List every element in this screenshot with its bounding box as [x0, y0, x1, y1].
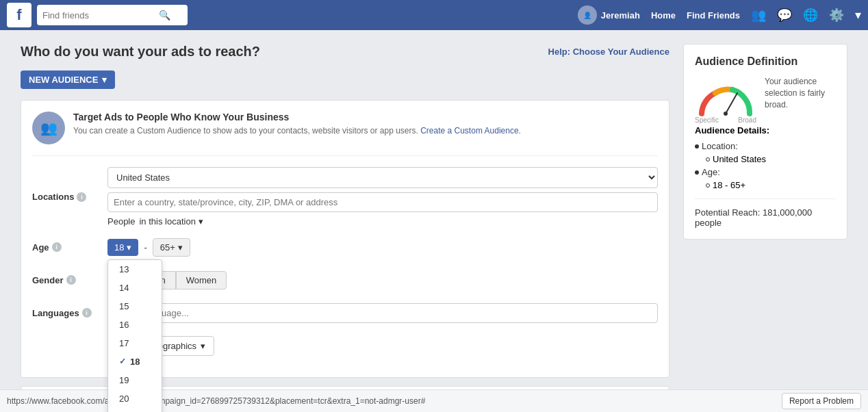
detail-age-value: 18 - 65+	[706, 180, 836, 190]
age-option-16[interactable]: 16	[108, 316, 162, 334]
target-ads-desc: You can create a Custom Audience to show…	[73, 125, 521, 137]
age-min-container: 18 ▾ 13 14 15 16 17 ✓	[107, 239, 138, 256]
svg-point-1	[724, 112, 728, 116]
age-option-20[interactable]: 20	[108, 389, 162, 408]
svg-line-0	[726, 93, 737, 114]
age-dropdowns: 18 ▾ 13 14 15 16 17 ✓	[107, 238, 658, 257]
locations-info-icon[interactable]: i	[77, 192, 86, 202]
specific-label: Specific	[695, 116, 719, 124]
location-type-dropdown[interactable]: in this location ▾	[139, 216, 203, 227]
chevron-down-icon: ▾	[127, 242, 131, 253]
broad-label: Broad	[738, 116, 756, 124]
report-problem-button[interactable]: Report a Problem	[782, 393, 861, 409]
globe-icon[interactable]: 🌐	[803, 8, 818, 23]
location-options: People in this location ▾	[107, 216, 658, 227]
gender-field: All Men Women	[107, 271, 658, 289]
languages-label: Languages i	[32, 308, 107, 318]
age-label: Age i	[32, 242, 107, 253]
gauge-container: Specific Broad Your audience selection i…	[695, 76, 836, 117]
languages-field	[107, 303, 658, 323]
location-country-select[interactable]: United States	[107, 167, 658, 188]
help-link[interactable]: Help: Choose Your Audience	[548, 47, 669, 57]
age-field: 18 ▾ 13 14 15 16 17 ✓	[107, 238, 658, 257]
settings-icon[interactable]: ⚙️	[829, 8, 844, 23]
target-ads-row: 👥 Target Ads to People Who Know Your Bus…	[32, 112, 658, 156]
search-icon: 🔍	[159, 10, 170, 21]
locations-field: United States People in this location ▾	[107, 167, 658, 227]
potential-reach: Potential Reach: 181,000,000 people	[695, 198, 836, 228]
languages-info-icon[interactable]: i	[82, 308, 92, 318]
audience-section: 👥 Target Ads to People Who Know Your Bus…	[21, 100, 669, 378]
target-ads-text: Target Ads to People Who Know Your Busin…	[73, 112, 521, 137]
gender-info-icon[interactable]: i	[66, 275, 76, 285]
locations-row: Locations i United States People in this…	[32, 167, 658, 227]
nav-items: 👤 Jeremiah Home Find Friends 👥 💬 🌐 ⚙️ ▾	[578, 5, 861, 25]
dropdown-arrow-icon: ▾	[199, 216, 203, 227]
more-demographics-field: More Demographics ▾	[107, 336, 658, 356]
facebook-logo: f	[7, 3, 31, 27]
check-icon: ✓	[119, 357, 126, 366]
audience-details-title: Audience Details:	[695, 125, 836, 136]
bullet-icon	[695, 144, 699, 149]
top-navigation: f 🔍 👤 Jeremiah Home Find Friends 👥 💬 🌐 ⚙…	[0, 0, 868, 30]
detail-age: Age:	[695, 167, 836, 177]
new-audience-button[interactable]: NEW AUDIENCE ▾	[21, 70, 115, 89]
circle-bullet-icon	[706, 157, 710, 162]
bullet-icon	[695, 170, 699, 175]
gauge-svg	[695, 76, 756, 117]
audience-definition-title: Audience Definition	[695, 55, 836, 68]
find-friends-link[interactable]: Find Friends	[687, 10, 740, 21]
nav-user: 👤 Jeremiah	[578, 5, 640, 25]
gender-label: Gender i	[32, 275, 107, 285]
user-name: Jeremiah	[601, 10, 640, 21]
age-option-15[interactable]: 15	[108, 297, 162, 316]
age-min-menu: 13 14 15 16 17 ✓ 18 19 20	[107, 259, 162, 413]
age-option-19[interactable]: 19	[108, 371, 162, 389]
age-row: Age i 18 ▾ 13 14	[32, 235, 658, 259]
friends-icon[interactable]: 👥	[751, 8, 766, 23]
home-link[interactable]: Home	[651, 10, 676, 21]
age-option-17[interactable]: 17	[108, 334, 162, 352]
messages-icon[interactable]: 💬	[777, 8, 792, 23]
chevron-down-icon: ▾	[102, 75, 107, 85]
target-ads-icon: 👥	[32, 112, 65, 144]
age-dash: -	[144, 242, 146, 253]
detail-location: Location:	[695, 141, 836, 151]
left-panel: Who do you want your ads to reach? Help:…	[21, 44, 669, 412]
age-option-13[interactable]: 13	[108, 260, 162, 279]
avatar: 👤	[578, 5, 597, 25]
location-in-label: People	[107, 216, 135, 227]
gender-buttons: All Men Women	[107, 271, 658, 289]
age-info-icon[interactable]: i	[52, 242, 62, 252]
detail-location-value: United States	[706, 154, 836, 164]
main-content: Who do you want your ads to reach? Help:…	[0, 30, 868, 412]
locations-label: Locations i	[32, 192, 107, 202]
right-panel: Audience Definition Specific	[683, 44, 847, 240]
search-bar[interactable]: 🔍	[37, 5, 188, 25]
search-input[interactable]	[42, 10, 159, 21]
gauge-text: Your audience selection is fairly broad.	[765, 76, 836, 110]
page-title: Who do you want your ads to reach?	[21, 44, 260, 60]
age-max-dropdown[interactable]: 65+ ▾	[153, 238, 190, 257]
chevron-down-icon: ▾	[201, 341, 205, 351]
gauge-chart: Specific Broad	[695, 76, 756, 117]
target-ads-title: Target Ads to People Who Know Your Busin…	[73, 112, 521, 123]
create-audience-link[interactable]: Create a Custom Audience.	[420, 126, 521, 136]
age-option-14[interactable]: 14	[108, 279, 162, 297]
location-search-input[interactable]	[107, 192, 658, 212]
age-option-18[interactable]: ✓ 18	[108, 352, 162, 371]
language-input[interactable]	[107, 303, 658, 323]
circle-bullet-icon	[706, 183, 710, 188]
chevron-down-icon: ▾	[178, 242, 183, 253]
status-url: https://www.facebook.com/ads/create/?cam…	[7, 396, 425, 406]
new-audience-label: NEW AUDIENCE	[29, 75, 98, 85]
gender-women-button[interactable]: Women	[176, 271, 227, 289]
age-option-21[interactable]: 21	[108, 408, 162, 413]
age-min-dropdown[interactable]: 18 ▾	[107, 239, 138, 256]
chevron-down-icon[interactable]: ▾	[855, 8, 861, 23]
page-title-row: Who do you want your ads to reach? Help:…	[21, 44, 669, 60]
